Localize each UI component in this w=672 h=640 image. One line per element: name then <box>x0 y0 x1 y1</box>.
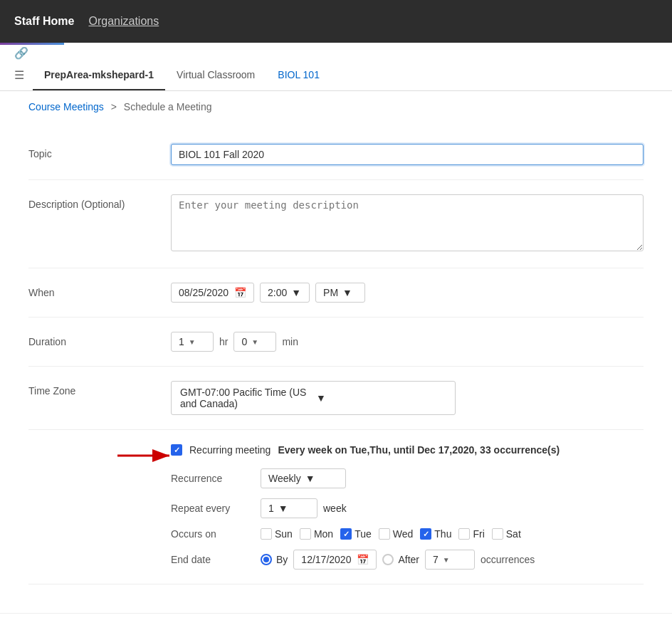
end-by-radio[interactable] <box>261 554 272 565</box>
day-wed: Wed <box>379 528 414 540</box>
tab-bar: ☰ PrepArea-mkshepard-1 Virtual Classroom… <box>0 60 672 91</box>
recurring-header: Recurring meeting Every week on Tue,Thu,… <box>171 444 644 456</box>
repeat-every-value: 1 <box>268 503 274 514</box>
after-chevron-icon: ▼ <box>443 556 450 564</box>
duration-hr-select[interactable]: 1 ▼ <box>171 332 214 352</box>
dur-hr-chevron-icon: ▼ <box>189 338 196 346</box>
description-label: Description (Optional) <box>28 194 157 210</box>
occurs-on-label: Occurs on <box>171 528 249 540</box>
end-after-option: After <box>382 554 419 565</box>
end-date-row: End date By 12/17/2020 📅 After <box>171 550 644 570</box>
end-date-input[interactable]: 12/17/2020 📅 <box>293 550 377 570</box>
tab-biol101[interactable]: BIOL 101 <box>266 61 331 90</box>
timezone-row: Time Zone GMT-07:00 Pacific Time (US and… <box>28 367 644 430</box>
when-time-select[interactable]: 2:00 ▼ <box>260 283 310 303</box>
day-fri-checkbox[interactable] <box>458 528 470 540</box>
duration-label: Duration <box>28 332 157 347</box>
calendar-icon: 📅 <box>234 287 246 298</box>
when-date-value: 08/25/2020 <box>179 287 229 298</box>
description-textarea[interactable] <box>171 194 644 251</box>
duration-row: Duration 1 ▼ hr 0 ▼ min <box>28 318 644 367</box>
schedule-meeting-form: Topic BIOL 101 Fall 2020 Description (Op… <box>0 122 672 613</box>
tab-preparea[interactable]: PrepArea-mkshepard-1 <box>33 61 165 90</box>
when-time-value: 2:00 <box>268 287 287 298</box>
recurrence-label: Recurrence <box>171 473 249 484</box>
recurring-label-text: Recurring meeting <box>189 444 271 456</box>
end-after-label: After <box>398 554 419 565</box>
topic-control: BIOL 101 Fall 2020 <box>171 144 644 165</box>
day-sat-checkbox[interactable] <box>492 528 503 540</box>
day-thu: Thu <box>420 528 451 540</box>
day-sun-checkbox[interactable] <box>261 528 272 540</box>
repeat-every-row: Repeat every 1 ▼ week <box>171 498 644 518</box>
recurrence-value: Weekly <box>268 473 301 484</box>
when-row: When 08/25/2020 📅 2:00 ▼ PM ▼ <box>28 268 644 318</box>
breadcrumb-parent-link[interactable]: Course Meetings <box>28 101 104 112</box>
arrow-icon <box>114 446 178 466</box>
time-chevron-icon: ▼ <box>291 287 301 298</box>
recurrence-detail-row: Recurrence Weekly ▼ <box>171 468 644 488</box>
repeat-every-label: Repeat every <box>171 503 249 514</box>
when-label: When <box>28 283 157 298</box>
day-sat: Sat <box>492 528 521 540</box>
ampm-chevron-icon: ▼ <box>342 287 352 298</box>
hr-label: hr <box>219 336 228 347</box>
timezone-select[interactable]: GMT-07:00 Pacific Time (US and Canada) ▼ <box>171 381 456 415</box>
timezone-label: Time Zone <box>28 381 157 397</box>
occurs-on-row: Occurs on Sun Mon <box>171 528 644 540</box>
recurrence-select[interactable]: Weekly ▼ <box>261 468 346 488</box>
sidebar-icon: ☰ <box>14 68 24 82</box>
timezone-value: GMT-07:00 Pacific Time (US and Canada) <box>180 387 310 409</box>
duration-min-value: 0 <box>241 336 247 347</box>
end-date-calendar-icon: 📅 <box>357 554 369 565</box>
occurs-on-days: Sun Mon Tue <box>261 528 521 540</box>
tz-chevron-icon: ▼ <box>316 392 446 404</box>
organizations-link[interactable]: Organizations <box>88 15 159 28</box>
arrow-indicator <box>114 446 178 468</box>
repeat-every-unit: week <box>323 503 347 514</box>
description-control <box>171 194 644 253</box>
day-sun-label: Sun <box>275 528 293 540</box>
day-wed-checkbox[interactable] <box>379 528 390 540</box>
day-mon: Mon <box>300 528 333 540</box>
top-nav: Staff Home Organizations <box>0 0 672 43</box>
day-fri: Fri <box>458 528 484 540</box>
day-thu-checkbox[interactable] <box>420 528 431 540</box>
form-end <box>0 613 672 640</box>
topic-row: Topic BIOL 101 Fall 2020 <box>28 130 644 180</box>
breadcrumb-current: Schedule a Meeting <box>124 101 212 112</box>
when-ampm-select[interactable]: PM ▼ <box>315 283 365 303</box>
day-fri-label: Fri <box>473 528 484 540</box>
end-by-label: By <box>276 554 288 565</box>
tab-virtual-classroom[interactable]: Virtual Classroom <box>165 61 266 90</box>
breadcrumb-separator: > <box>111 101 117 112</box>
repeat-every-select[interactable]: 1 ▼ <box>261 498 317 518</box>
day-mon-checkbox[interactable] <box>300 528 311 540</box>
staff-home-link[interactable]: Staff Home <box>14 15 74 28</box>
day-tue: Tue <box>340 528 372 540</box>
day-tue-checkbox[interactable] <box>340 528 352 540</box>
min-label: min <box>282 336 298 347</box>
duration-hr-value: 1 <box>179 336 184 347</box>
recurring-summary: Every week on Tue,Thu, until Dec 17,2020… <box>278 444 560 456</box>
repeat-every-controls: 1 ▼ week <box>261 498 347 518</box>
end-date-label: End date <box>171 554 249 565</box>
breadcrumb: Course Meetings > Schedule a Meeting <box>0 91 672 122</box>
recurrence-chevron-icon: ▼ <box>305 473 315 484</box>
repeat-every-chevron-icon: ▼ <box>278 503 288 514</box>
topic-label: Topic <box>28 144 157 159</box>
day-thu-label: Thu <box>434 528 451 540</box>
dur-min-chevron-icon: ▼ <box>251 338 258 346</box>
day-mon-label: Mon <box>314 528 333 540</box>
day-tue-label: Tue <box>355 528 372 540</box>
after-occurrences-select[interactable]: 7 ▼ <box>425 550 475 570</box>
link-icon: 🔗 <box>14 46 28 60</box>
when-ampm-value: PM <box>323 287 338 298</box>
recurrence-details: Recurrence Weekly ▼ Repeat every 1 <box>171 468 644 570</box>
end-after-radio[interactable] <box>382 554 394 565</box>
topic-input[interactable]: BIOL 101 Fall 2020 <box>171 144 644 165</box>
when-date-input[interactable]: 08/25/2020 📅 <box>171 283 254 303</box>
duration-min-select[interactable]: 0 ▼ <box>233 332 276 352</box>
description-row: Description (Optional) <box>28 180 644 268</box>
day-sat-label: Sat <box>506 528 521 540</box>
